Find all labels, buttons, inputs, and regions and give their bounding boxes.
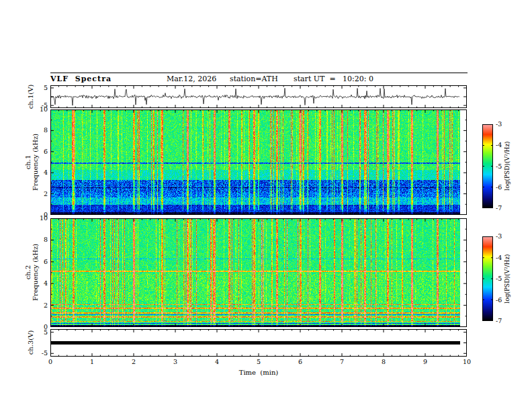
ch1-spectrogram-canvas	[50, 109, 467, 215]
x-axis-tick-label: 10	[463, 359, 471, 365]
ch1-spec-ylabel-line1: ch.1	[24, 112, 32, 213]
start-ut-label: start UT = 10:20: 0	[294, 75, 373, 83]
ch2-spectrogram-panel	[50, 218, 467, 327]
y-axis-tick-label: -5	[42, 350, 48, 357]
colorbar1-label: log(PSD)(V²/Hz)	[504, 126, 512, 206]
x-axis-tick-label: 3	[173, 359, 177, 365]
colorbar-tick-label: -5	[496, 163, 502, 170]
station-label: station=ATH	[230, 75, 278, 83]
ch3-waveform-canvas	[50, 329, 467, 357]
ch3-wave-ylabel: ch.3(V)	[27, 316, 35, 369]
y-axis-tick-label: 8	[44, 127, 48, 134]
figure-date: Mar.12, 2026	[167, 75, 216, 83]
y-axis-tick-label: 6	[44, 259, 48, 265]
y-axis-tick-label: 2	[44, 191, 48, 197]
colorbar1	[482, 124, 493, 208]
x-axis-tick-label: 7	[340, 359, 344, 365]
ch1-waveform-canvas	[50, 85, 467, 108]
x-axis-tick-label: 5	[257, 359, 261, 365]
ch1-spec-ylabel-line2: Frequency (kHz)	[32, 112, 39, 213]
colorbar-tick-label: -5	[496, 275, 502, 282]
y-axis-tick-label: 5	[44, 329, 48, 336]
header-rule	[50, 73, 468, 73]
ch1-spectrogram-panel	[50, 109, 467, 215]
x-axis-tick-label: 1	[90, 359, 94, 365]
ch2-spec-ylabel: ch.2 Frequency (kHz)	[24, 222, 40, 323]
y-axis-tick-label: 6	[44, 148, 48, 155]
x-axis-tick-label: 9	[423, 359, 427, 365]
colorbar1-canvas	[482, 124, 493, 208]
ch2-spec-ylabel-line2: Frequency (kHz)	[32, 222, 39, 323]
ch1-spec-ylabel: ch.1 Frequency (kHz)	[24, 112, 40, 213]
x-axis-tick-label: 6	[298, 359, 302, 365]
colorbar-tick-label: -3	[496, 121, 502, 128]
x-axis-tick-label: 4	[215, 359, 219, 365]
colorbar-tick-label: -7	[496, 205, 502, 212]
x-axis-tick-label: 8	[382, 359, 386, 365]
ch3-waveform-panel	[50, 329, 467, 357]
colorbar-tick-label: -3	[496, 233, 502, 240]
y-axis-tick-label: 8	[44, 236, 48, 243]
y-axis-tick-label: 5	[44, 85, 48, 91]
vlf-spectra-figure: VLF Spectra Mar.12, 2026 station=ATH sta…	[0, 0, 532, 411]
ch2-spec-ylabel-line1: ch.2	[24, 222, 32, 323]
x-axis-title: Time (min)	[239, 369, 279, 376]
figure-title: VLF Spectra	[50, 75, 112, 83]
colorbar-tick-label: -4	[496, 255, 502, 261]
x-axis-tick-label: 0	[48, 359, 52, 365]
colorbar2	[482, 236, 493, 321]
colorbar-tick-label: -4	[496, 142, 502, 148]
ch2-spectrogram-canvas	[50, 218, 467, 327]
y-axis-tick-label: -5	[42, 102, 48, 109]
colorbar2-label: log(PSD)(V²/Hz)	[504, 238, 512, 319]
y-axis-tick-label: 4	[44, 280, 48, 287]
colorbar-tick-label: -6	[496, 184, 502, 191]
x-axis-tick-label: 2	[132, 359, 136, 365]
colorbar-tick-label: -7	[496, 318, 502, 324]
y-axis-tick-label: 4	[44, 169, 48, 176]
colorbar2-canvas	[482, 236, 493, 321]
ch1-waveform-panel	[50, 85, 467, 108]
y-axis-tick-label: 10	[40, 215, 48, 222]
y-axis-tick-label: 2	[44, 302, 48, 309]
colorbar-tick-label: -6	[496, 297, 502, 304]
